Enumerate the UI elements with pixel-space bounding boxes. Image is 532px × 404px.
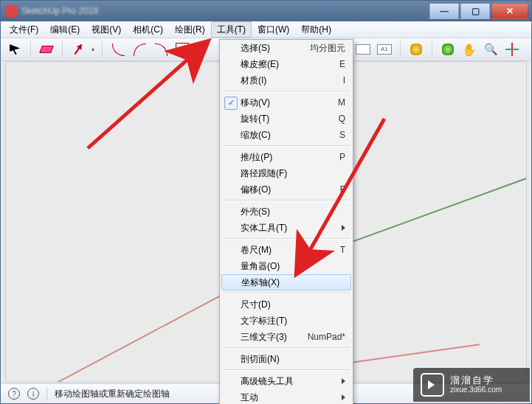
submenu-arrow-icon xyxy=(342,378,348,384)
submenu-arrow-icon xyxy=(342,225,348,231)
titlebar: SketchUp Pro 2018 — ▢ ✕ xyxy=(1,1,531,21)
magnifier-icon: 🔍 xyxy=(484,43,498,56)
menu-item-protractor[interactable]: 量角器(O) xyxy=(220,258,353,274)
menu-file[interactable]: 文件(F) xyxy=(4,21,44,38)
menu-item-axes[interactable]: 坐标轴(X) xyxy=(221,274,351,290)
menu-item-advanced-camera[interactable]: 高级镜头工具 xyxy=(220,373,353,389)
toolbar-separator xyxy=(102,41,103,58)
menu-item-solid-tools[interactable]: 实体工具(T) xyxy=(220,220,353,236)
pan-button[interactable]: ✋ xyxy=(460,40,479,59)
shape-dropdown-icon[interactable]: ▾ xyxy=(194,46,200,53)
menu-separator xyxy=(223,200,350,201)
menu-item-shortcut: 均分图元 xyxy=(310,42,345,55)
menu-item-scale[interactable]: 缩放(C)S xyxy=(220,127,353,143)
menu-item-interact[interactable]: 互动 xyxy=(220,389,353,404)
rectangle-icon xyxy=(176,43,189,56)
close-button[interactable]: ✕ xyxy=(491,4,528,19)
pencil-tool-button[interactable] xyxy=(69,40,88,59)
menu-item-rotate[interactable]: 旋转(T)Q xyxy=(220,111,353,127)
eraser-tool-button[interactable] xyxy=(37,40,56,59)
axes-button[interactable] xyxy=(502,40,522,59)
menu-item-text[interactable]: 文字标注(T) xyxy=(220,313,353,329)
menu-help[interactable]: 帮助(H) xyxy=(295,21,337,38)
menu-item-eraser[interactable]: 橡皮擦(E)E xyxy=(220,56,353,72)
menu-item-label: 外壳(S) xyxy=(241,206,270,218)
menu-item-offset[interactable]: 偏移(O)F xyxy=(220,181,353,198)
arc2-tool-button[interactable] xyxy=(130,40,149,59)
help-icon[interactable]: ? xyxy=(8,388,20,400)
menu-window[interactable]: 窗口(W) xyxy=(252,21,295,38)
menu-item-dimensions[interactable]: 尺寸(D) xyxy=(220,296,353,313)
menu-item-tape[interactable]: 卷尺(M)T xyxy=(220,242,353,258)
menu-separator xyxy=(223,238,350,240)
menu-item-material[interactable]: 材质(I)I xyxy=(220,72,353,88)
menu-item-shortcut: I xyxy=(343,75,345,86)
window-controls: — ▢ ✕ xyxy=(428,4,528,18)
menu-separator xyxy=(223,91,350,92)
menu-separator xyxy=(223,347,350,349)
a1-button[interactable]: A1 xyxy=(375,40,394,59)
info-icon[interactable]: i xyxy=(27,388,39,400)
menu-draw[interactable]: 绘图(R) xyxy=(169,21,211,38)
window-title: SketchUp Pro 2018 xyxy=(21,6,98,16)
menu-item-label: 文字标注(T) xyxy=(241,315,287,327)
arc3-tool-button[interactable] xyxy=(151,40,170,59)
pencil-icon xyxy=(75,44,83,55)
menu-item-label: 偏移(O) xyxy=(241,184,271,196)
arc1-tool-button[interactable] xyxy=(108,40,128,59)
check-icon: ✓ xyxy=(224,97,238,110)
tools-dropdown-menu: 选择(S)均分图元 橡皮擦(E)E 材质(I)I ✓移动(V)M 旋转(T)Q … xyxy=(219,39,353,404)
menu-item-label: 尺寸(D) xyxy=(241,299,271,311)
swatch-button[interactable] xyxy=(353,40,373,59)
menu-item-label: 卷尺(M) xyxy=(241,244,272,257)
menu-item-label: 实体工具(T) xyxy=(241,222,287,234)
a1-icon: A1 xyxy=(377,44,392,55)
menu-camera[interactable]: 相机(C) xyxy=(127,21,169,38)
menu-item-label: 移动(V) xyxy=(241,97,270,109)
watermark-badge: 溜溜自学 zixue.3d66.com xyxy=(413,368,530,402)
rect-tool-button[interactable] xyxy=(173,40,192,59)
minimize-button[interactable]: — xyxy=(429,4,459,19)
menu-tools[interactable]: 工具(T) xyxy=(211,21,252,38)
menu-item-pushpull[interactable]: 推/拉(P)P xyxy=(220,149,353,165)
menu-edit[interactable]: 编辑(E) xyxy=(44,21,86,38)
menu-item-shortcut: F xyxy=(340,184,345,195)
menu-item-section[interactable]: 剖切面(N) xyxy=(220,351,353,367)
menu-view[interactable]: 视图(V) xyxy=(86,21,127,38)
menu-item-label: 剖切面(N) xyxy=(241,353,280,366)
cursor-icon xyxy=(10,44,20,55)
toolbar-separator xyxy=(400,41,401,58)
menu-item-label: 互动 xyxy=(241,391,258,404)
menu-item-label: 量角器(O) xyxy=(241,260,280,273)
menu-item-shortcut: T xyxy=(340,245,345,255)
watermark-line2: zixue.3d66.com xyxy=(450,386,502,394)
axes-icon xyxy=(506,43,518,55)
menu-item-shortcut: E xyxy=(339,59,345,69)
select-tool-button[interactable] xyxy=(5,40,24,59)
menu-item-followme[interactable]: 路径跟随(F) xyxy=(220,165,353,181)
menu-item-outer-shell[interactable]: 外壳(S) xyxy=(220,203,353,220)
menu-item-select[interactable]: 选择(S)均分图元 xyxy=(220,40,353,56)
arc-icon xyxy=(155,43,167,56)
watermark-line1: 溜溜自学 xyxy=(450,375,502,386)
menu-item-shortcut: Q xyxy=(339,114,345,124)
toolbar-separator xyxy=(30,41,31,58)
app-window: SketchUp Pro 2018 — ▢ ✕ 文件(F) 编辑(E) 视图(V… xyxy=(0,0,532,404)
menu-item-move[interactable]: ✓移动(V)M xyxy=(220,94,353,111)
material-button[interactable] xyxy=(407,40,426,59)
menu-item-shortcut: S xyxy=(339,130,345,140)
menu-item-3dtext[interactable]: 三维文字(3)NumPad* xyxy=(220,329,353,345)
menu-item-label: 路径跟随(F) xyxy=(241,167,287,180)
toolbar-separator xyxy=(432,41,432,58)
menu-item-label: 材质(I) xyxy=(241,74,266,87)
menu-item-shortcut: M xyxy=(338,97,345,108)
menubar: 文件(F) 编辑(E) 视图(V) 相机(C) 绘图(R) 工具(T) 窗口(W… xyxy=(1,21,531,38)
pencil-dropdown-icon[interactable]: ▾ xyxy=(90,46,96,53)
menu-separator xyxy=(223,369,350,371)
maximize-button[interactable]: ▢ xyxy=(460,4,490,19)
menu-item-shortcut: NumPad* xyxy=(308,332,345,342)
menu-item-label: 推/拉(P) xyxy=(241,151,272,164)
zoom-button[interactable]: 🔍 xyxy=(481,40,500,59)
arc-icon xyxy=(112,43,125,56)
orbit-button[interactable] xyxy=(438,40,457,59)
